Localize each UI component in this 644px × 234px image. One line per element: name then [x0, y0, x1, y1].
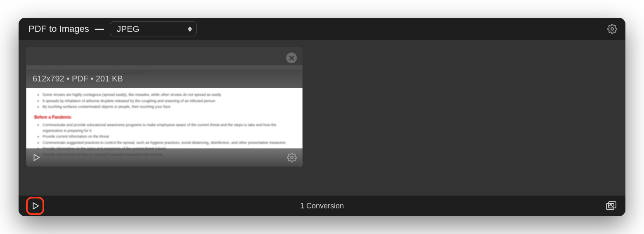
footer-bar: 1 Conversion — [19, 196, 625, 216]
settings-button[interactable] — [607, 24, 617, 34]
svg-marker-1 — [34, 155, 40, 161]
app-window: PDF to Images — JPEG — [19, 18, 625, 216]
remove-file-button[interactable] — [286, 53, 297, 63]
format-select[interactable]: JPEG — [110, 21, 197, 36]
svg-point-2 — [291, 156, 293, 159]
highlight-ring — [26, 197, 44, 215]
card-settings-button[interactable] — [287, 153, 297, 162]
file-card[interactable]: 612x792 • PDF • 201 KB It can spread acr… — [26, 47, 303, 167]
gear-icon — [287, 153, 297, 162]
svg-point-0 — [611, 28, 613, 30]
svg-rect-5 — [608, 202, 616, 208]
play-icon — [32, 153, 41, 162]
format-select-value: JPEG — [117, 24, 140, 34]
images-icon — [606, 201, 617, 211]
card-footer — [26, 148, 303, 167]
header-title: PDF to Images — [28, 24, 89, 34]
card-play-button[interactable] — [32, 153, 41, 162]
run-all-button[interactable] — [27, 197, 44, 215]
card-meta-bar: 612x792 • PDF • 201 KB — [26, 69, 303, 88]
output-images-button[interactable] — [606, 201, 617, 211]
conversion-status: 1 Conversion — [300, 202, 344, 210]
card-header — [26, 47, 303, 69]
file-metadata: 612x792 • PDF • 201 KB — [33, 74, 123, 84]
close-icon — [289, 55, 294, 61]
main-content: 612x792 • PDF • 201 KB It can spread acr… — [19, 40, 625, 196]
select-chevrons-icon — [188, 26, 192, 32]
header-bar: PDF to Images — JPEG — [19, 18, 625, 40]
gear-icon — [607, 24, 617, 34]
header-separator: — — [95, 24, 104, 34]
